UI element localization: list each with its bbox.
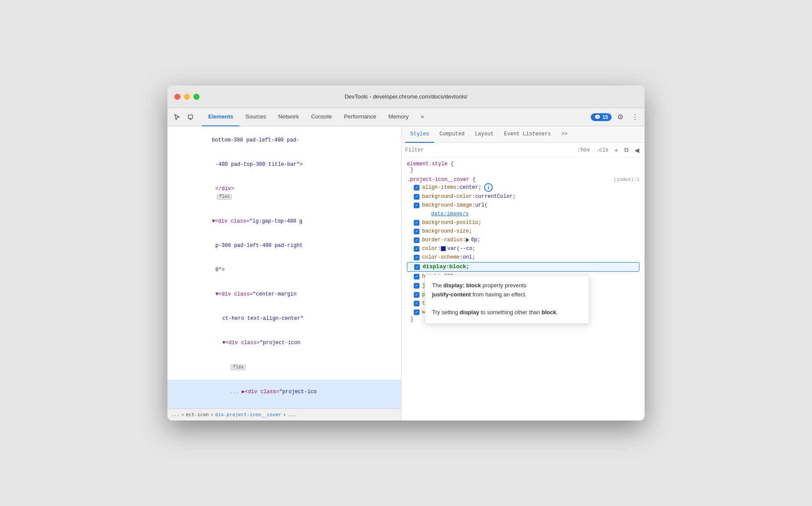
project-icon-cover-rule: .project-icon__cover { (index):1 align-i… <box>402 175 645 324</box>
top-tab-icons <box>171 111 197 123</box>
traffic-lights <box>174 94 200 100</box>
prop-border-radius: border-radius: 6p; <box>407 236 639 244</box>
checkbox-background-color[interactable] <box>414 194 419 200</box>
devtools-main: Elements Sources Network Console Perform… <box>167 108 645 421</box>
tab-more[interactable]: » <box>415 108 430 126</box>
color-swatch[interactable] <box>441 246 446 251</box>
checkbox-background-image[interactable] <box>414 203 419 208</box>
top-right-controls: 💬 15 ⚙ ⋮ <box>591 111 641 123</box>
dom-panel: bottom-300 pad-left-400 pad- -400 pad-to… <box>167 126 402 421</box>
checkbox-height[interactable] <box>414 274 419 279</box>
checkbox-align-items[interactable] <box>414 185 419 191</box>
dom-line: p-300 pad-left-400 pad-right <box>167 233 401 258</box>
device-icon[interactable] <box>185 111 197 123</box>
prop-display: display: block; The display: block prope… <box>407 262 639 272</box>
tab-event-listeners[interactable]: Event Listeners <box>499 126 556 143</box>
breadcrumb-ect-icon[interactable]: ect-icon <box>186 412 209 417</box>
styles-panel: Styles Computed Layout Event Listeners >… <box>402 126 645 421</box>
cursor-icon[interactable] <box>171 111 183 123</box>
prop-align-items: align-items: center; i <box>407 183 639 192</box>
tab-performance[interactable]: Performance <box>338 108 382 126</box>
tab-layout[interactable]: Layout <box>470 126 499 143</box>
tooltip: The display: block property prevents jus… <box>425 275 589 324</box>
checkbox-border-radius[interactable] <box>414 237 419 243</box>
css-content: element.style { } .project-icon__cover {… <box>402 158 645 421</box>
checkbox-color[interactable] <box>414 246 419 252</box>
checkbox-position[interactable] <box>414 292 419 298</box>
tab-network[interactable]: Network <box>272 108 305 126</box>
settings-icon[interactable]: ⚙ <box>614 111 626 123</box>
close-button[interactable] <box>174 94 180 100</box>
svg-rect-0 <box>188 115 193 118</box>
filter-input[interactable] <box>405 147 572 153</box>
copy-style-button[interactable]: ⧉ <box>622 145 630 154</box>
badge-flex-2: flex <box>231 365 246 370</box>
element-style-rule: element.style { } <box>402 159 645 175</box>
checkbox-background-position[interactable] <box>414 220 419 226</box>
triangle-border-radius[interactable] <box>466 238 469 242</box>
tab-sources[interactable]: Sources <box>239 108 272 126</box>
dom-tree: bottom-300 pad-left-400 pad- -400 pad-to… <box>167 126 401 408</box>
tab-elements[interactable]: Elements <box>202 108 239 126</box>
devtools-window: DevTools - developer.chrome.com/docs/dev… <box>167 85 645 421</box>
checkbox-justify-content[interactable] <box>414 283 419 289</box>
dom-line: -400 pad-top-300 title-bar"> <box>167 152 401 177</box>
svg-rect-1 <box>190 119 191 120</box>
dom-line: ct-hero text-align-center" <box>167 306 401 331</box>
prop-data-image: data:image/s <box>407 210 639 218</box>
tab-memory[interactable]: Memory <box>382 108 415 126</box>
prop-background-position: background-positio; <box>407 218 639 227</box>
styles-toolbar: :hov .cls + ⧉ ◀ <box>402 143 645 158</box>
badge-flex: flex <box>217 194 232 200</box>
add-style-button[interactable]: + <box>613 146 620 154</box>
checkbox-background-size[interactable] <box>414 229 419 234</box>
checkbox-color-scheme[interactable] <box>414 255 419 260</box>
toggle-panel-button[interactable]: ◀ <box>633 146 641 154</box>
dom-line: </div> flex <box>167 177 401 209</box>
dom-line: ▼<div class="center-margin <box>167 282 401 306</box>
checkbox-width[interactable] <box>414 309 419 315</box>
dom-line: 0"> <box>167 258 401 282</box>
dom-line: flex <box>167 355 401 380</box>
breadcrumb-end[interactable]: ... <box>288 412 296 417</box>
breadcrumb-dots[interactable]: ... <box>171 412 180 417</box>
dom-line: ▼<div class="project-icon <box>167 331 401 355</box>
checkbox-transform-style[interactable] <box>414 301 419 306</box>
window-title: DevTools - developer.chrome.com/docs/dev… <box>344 93 467 100</box>
dom-line: bottom-300 pad-left-400 pad- <box>167 128 401 152</box>
dom-breadcrumb: ... › ect-icon › div.project-icon__cover… <box>167 408 401 421</box>
prop-color: color: var(--co; <box>407 244 639 253</box>
dom-line: ▼<div class="lg:gap-top-400 g <box>167 209 401 233</box>
info-align-items[interactable]: i <box>484 183 493 192</box>
cls-button[interactable]: .cls <box>594 146 610 154</box>
top-tab-bar: Elements Sources Network Console Perform… <box>167 108 645 126</box>
minimize-button[interactable] <box>184 94 190 100</box>
dom-line-selected[interactable]: ... ▶<div class="project-ico <box>167 380 401 404</box>
tab-computed[interactable]: Computed <box>434 126 470 143</box>
title-bar: DevTools - developer.chrome.com/docs/dev… <box>167 85 645 108</box>
sub-tab-more[interactable]: >> <box>556 126 573 143</box>
main-content: bottom-300 pad-left-400 pad- -400 pad-to… <box>167 126 645 421</box>
sub-tab-bar: Styles Computed Layout Event Listeners >… <box>402 126 645 143</box>
tab-console[interactable]: Console <box>305 108 338 126</box>
prop-background-size: background-size; <box>407 227 639 236</box>
prop-color-scheme: color-scheme: onl; <box>407 253 639 262</box>
maximize-button[interactable] <box>193 94 200 100</box>
tab-styles[interactable]: Styles <box>405 126 434 143</box>
checkbox-display[interactable] <box>414 264 420 270</box>
hov-button[interactable]: :hov <box>576 146 592 154</box>
badge-icon: 💬 <box>594 114 601 120</box>
prop-background-image: background-image: url( <box>407 201 639 210</box>
dom-line-selected-2[interactable]: ver">…</div> == $0 <box>167 404 401 408</box>
more-options-icon[interactable]: ⋮ <box>629 111 641 123</box>
prop-background-color: background-color: currentColor; <box>407 192 639 201</box>
breadcrumb-cover[interactable]: div.project-icon__cover <box>215 412 281 417</box>
issues-badge[interactable]: 💬 15 <box>591 113 612 121</box>
